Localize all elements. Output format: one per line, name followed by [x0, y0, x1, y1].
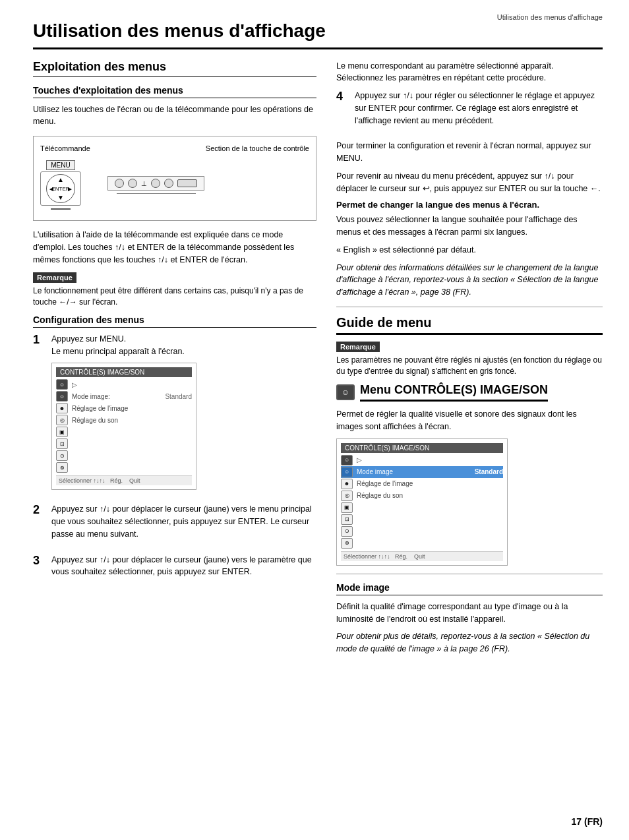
step3-cont: Le menu correspondant au paramètre sélec…	[336, 60, 603, 85]
menu2-icon-6: ⊙	[341, 526, 353, 537]
menu2-label-2: Réglage de l'image	[355, 480, 503, 487]
menu2-icon-1: ☺	[341, 467, 353, 477]
menu-icon-1: ☺	[56, 391, 68, 402]
remote-circle: ▲ ▼ ◄ ► ENTER	[46, 174, 75, 203]
note-section: Remarque Le fonctionnement peut être dif…	[33, 272, 316, 308]
menu2-label-0: ▷	[355, 456, 503, 464]
subsection1-body: Utilisez les touches de l'écran ou de la…	[33, 104, 316, 129]
menu2-row-3: ◎ Réglage du son	[341, 490, 503, 502]
menu-row-6: ⊙	[56, 450, 192, 462]
menu2-row-0: ☺ ▷	[341, 454, 503, 466]
subsection1-body2: L'utilisation à l'aide de la télécommand…	[33, 229, 316, 266]
menu-label-1: Mode image:	[71, 393, 165, 400]
menu-row-4: ▣	[56, 426, 192, 438]
breadcrumb: Utilisation des menus d'affichage	[497, 13, 603, 21]
right-column: Le menu correspondant au paramètre sélec…	[336, 60, 603, 661]
step3: 3 Appuyez sur ↑/↓ pour déplacer le curse…	[33, 554, 316, 584]
note-content: Le fonctionnement peut être différent da…	[33, 285, 316, 308]
para1: Pour terminer la configuration et reveni…	[336, 140, 603, 165]
diagram-labels: Télécommande Section de la touche de con…	[40, 144, 309, 152]
menu-value-1: Standard	[165, 393, 192, 400]
menu-icon-5: ⊡	[56, 438, 68, 449]
menu2-row-2: ☻ Réglage de l'image	[341, 478, 503, 490]
menu-icon-3: ◎	[56, 415, 68, 425]
menu2-icon-5: ⊡	[341, 514, 353, 525]
divider-1	[336, 307, 603, 307]
para2: Pour revenir au niveau du menu précédent…	[336, 170, 603, 195]
menu2-icon-3: ◎	[341, 491, 353, 501]
menu-screenshot-1: CONTRÔLE(S) IMAGE/SON ☺ ▷ ☺ Mode image: …	[51, 363, 196, 490]
menu-label-3: Réglage du son	[71, 417, 192, 424]
menu2-label-3: Réglage du son	[355, 492, 503, 499]
ctrl-btn-1	[115, 179, 124, 188]
controle-body: Permet de régler la qualité visuelle et …	[336, 408, 603, 433]
control-section: ⊥	[107, 176, 204, 194]
left-column: Exploitation des menus Touches d'exploit…	[33, 60, 316, 661]
lang-body1: Vous pouvez sélectionner la langue souha…	[336, 214, 603, 239]
lang-italic: Pour obtenir des informations détaillées…	[336, 262, 603, 299]
step1-number: 1	[33, 333, 46, 496]
menu-icon-0: ☺	[56, 379, 68, 390]
mode-image-body: Définit la qualité d'image correspondant…	[336, 601, 603, 626]
menu2-icon-7: ⊚	[341, 538, 353, 549]
ctrl-dot: ⊥	[141, 180, 147, 187]
menu-bottom-bar-2: Sélectionner ↑↓↑↓ Rég. Quit	[341, 551, 503, 561]
menu-row-7: ⊚	[56, 462, 192, 473]
step3-content: Appuyez sur ↑/↓ pour déplacer le curseur…	[51, 554, 316, 584]
menu2-icon-2: ☻	[341, 479, 353, 489]
guide-note-label: Remarque	[336, 342, 380, 352]
diagram-label-left: Télécommande	[40, 144, 90, 152]
menu2-value-1: Standard	[475, 468, 503, 475]
step4: 4 Appuyez sur ↑/↓ pour régler ou sélecti…	[336, 90, 603, 132]
mode-image-title: Mode image	[336, 582, 603, 595]
arrow-down-icon: ▼	[57, 194, 64, 201]
menu2-row-7: ⊚	[341, 537, 503, 549]
arrow-left-icon: ◄	[48, 185, 55, 193]
controle-icon: ☺	[336, 384, 355, 400]
guide-title: Guide de menu	[336, 315, 603, 335]
remote-control: MENU ▲ ▼ ◄ ► ENTER	[40, 160, 81, 210]
step4-number: 4	[336, 90, 349, 132]
mode-image-italic: Pour obtenir plus de détails, reportez-v…	[336, 630, 603, 655]
diagram-label-right: Section de la touche de contrôle	[206, 144, 309, 152]
divider-2	[336, 574, 603, 574]
menu-icon-7: ⊚	[56, 462, 68, 473]
subsection1-title: Touches d'exploitation des menus	[33, 85, 316, 98]
step1: 1 Appuyez sur MENU.Le menu principal app…	[33, 333, 316, 496]
page-container: Utilisation des menus d'affichage Utilis…	[0, 0, 629, 840]
menu-btn-label: MENU	[46, 160, 75, 170]
lang-title: Permet de changer la langue des menus à …	[336, 200, 603, 210]
ctrl-btn-2	[128, 179, 137, 188]
menu-row-0: ☺ ▷	[56, 378, 192, 390]
menu2-row-1: ☺ Mode image Standard	[341, 466, 503, 478]
lang-body2: « English » est sélectionné par défaut.	[336, 244, 603, 256]
menu-title-bar-2: CONTRÔLE(S) IMAGE/SON	[341, 443, 503, 453]
menu-screenshot-2: CONTRÔLE(S) IMAGE/SON ☺ ▷ ☺ Mode image S…	[336, 438, 508, 566]
step2: 2 Appuyez sur ↑/↓ pour déplacer le curse…	[33, 503, 316, 545]
step2-content: Appuyez sur ↑/↓ pour déplacer le curseur…	[51, 503, 316, 545]
step4-body: Appuyez sur ↑/↓ pour régler ou sélection…	[355, 90, 603, 127]
arrow-right-icon: ►	[67, 185, 73, 193]
menu-label-0: ▷	[71, 381, 192, 388]
ctrl-btn-4	[164, 179, 173, 188]
ctrl-btn-rect	[177, 179, 197, 187]
control-buttons-row: ⊥	[107, 176, 204, 191]
menu2-row-5: ⊡	[341, 514, 503, 525]
menu2-row-6: ⊙	[341, 525, 503, 537]
menu-row-3: ◎ Réglage du son	[56, 414, 192, 426]
menu-row-2: ☻ Réglage de l'image	[56, 402, 192, 414]
step4-content: Appuyez sur ↑/↓ pour régler ou sélection…	[355, 90, 603, 132]
main-title: Utilisation des menus d'affichage	[33, 20, 603, 49]
step2-number: 2	[33, 503, 46, 545]
guide-note-section: Remarque Les paramètres ne pouvant être …	[336, 342, 603, 377]
guide-note-body: Les paramètres ne pouvant être réglés ni…	[336, 355, 603, 377]
menu-icon-6: ⊙	[56, 450, 68, 461]
menu-bottom-bar-1: Sélectionner ↑↓↑↓ Rég. Quit	[56, 475, 192, 485]
menu2-label-1: Mode image	[355, 468, 475, 475]
diagram-box: Télécommande Section de la touche de con…	[33, 136, 316, 221]
step3-body: Appuyez sur ↑/↓ pour déplacer le curseur…	[51, 554, 316, 579]
diagram-content: MENU ▲ ▼ ◄ ► ENTER	[40, 158, 309, 212]
menu-row-1: ☺ Mode image: Standard	[56, 390, 192, 402]
menu-title-bar-1: CONTRÔLE(S) IMAGE/SON	[56, 367, 192, 377]
controle-header: ☺ Menu CONTRÔLE(S) IMAGE/SON	[336, 383, 603, 402]
